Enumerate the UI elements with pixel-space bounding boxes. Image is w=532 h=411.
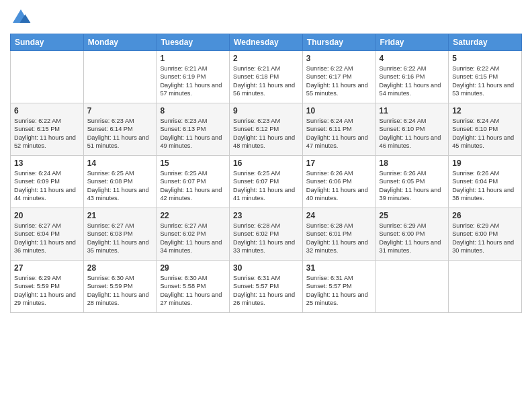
calendar-cell: 31Sunrise: 6:31 AM Sunset: 5:57 PM Dayli…	[302, 261, 375, 313]
day-number: 13	[14, 158, 80, 168]
calendar-cell: 4Sunrise: 6:22 AM Sunset: 6:16 PM Daylig…	[375, 51, 449, 103]
day-number: 2	[233, 54, 299, 63]
calendar-cell: 9Sunrise: 6:23 AM Sunset: 6:12 PM Daylig…	[230, 103, 303, 156]
calendar-cell: 18Sunrise: 6:26 AM Sunset: 6:05 PM Dayli…	[375, 156, 449, 208]
day-info: Sunrise: 6:22 AM Sunset: 6:17 PM Dayligh…	[306, 64, 372, 98]
calendar-week-1: 6Sunrise: 6:22 AM Sunset: 6:15 PM Daylig…	[11, 103, 522, 156]
calendar-cell: 1Sunrise: 6:21 AM Sunset: 6:19 PM Daylig…	[157, 51, 230, 103]
calendar-cell: 25Sunrise: 6:29 AM Sunset: 6:00 PM Dayli…	[375, 208, 449, 261]
day-info: Sunrise: 6:26 AM Sunset: 6:06 PM Dayligh…	[306, 169, 372, 203]
day-info: Sunrise: 6:28 AM Sunset: 6:02 PM Dayligh…	[233, 222, 299, 255]
day-number: 10	[306, 106, 372, 116]
day-info: Sunrise: 6:24 AM Sunset: 6:11 PM Dayligh…	[306, 117, 372, 150]
day-header-wednesday: Wednesday	[230, 34, 303, 51]
day-info: Sunrise: 6:27 AM Sunset: 6:04 PM Dayligh…	[14, 222, 80, 255]
day-number: 12	[452, 106, 518, 116]
day-info: Sunrise: 6:22 AM Sunset: 6:15 PM Dayligh…	[452, 64, 518, 98]
header	[10, 7, 522, 28]
calendar-cell: 16Sunrise: 6:25 AM Sunset: 6:07 PM Dayli…	[230, 156, 303, 208]
calendar-week-4: 27Sunrise: 6:29 AM Sunset: 5:59 PM Dayli…	[11, 261, 522, 313]
day-number: 30	[233, 263, 299, 273]
calendar-week-0: 1Sunrise: 6:21 AM Sunset: 6:19 PM Daylig…	[11, 51, 522, 103]
day-info: Sunrise: 6:29 AM Sunset: 6:00 PM Dayligh…	[452, 222, 518, 255]
day-number: 20	[14, 211, 80, 220]
day-info: Sunrise: 6:25 AM Sunset: 6:07 PM Dayligh…	[233, 169, 299, 203]
calendar-week-3: 20Sunrise: 6:27 AM Sunset: 6:04 PM Dayli…	[11, 208, 522, 261]
calendar-cell: 30Sunrise: 6:31 AM Sunset: 5:57 PM Dayli…	[230, 261, 303, 313]
day-number: 9	[233, 106, 299, 116]
calendar-cell	[11, 51, 84, 103]
calendar-cell: 8Sunrise: 6:23 AM Sunset: 6:13 PM Daylig…	[157, 103, 230, 156]
day-header-thursday: Thursday	[302, 34, 375, 51]
calendar-cell: 26Sunrise: 6:29 AM Sunset: 6:00 PM Dayli…	[449, 208, 522, 261]
calendar-cell: 23Sunrise: 6:28 AM Sunset: 6:02 PM Dayli…	[230, 208, 303, 261]
day-number: 22	[160, 211, 226, 220]
calendar-cell: 22Sunrise: 6:27 AM Sunset: 6:02 PM Dayli…	[157, 208, 230, 261]
day-number: 16	[233, 158, 299, 168]
calendar-cell: 21Sunrise: 6:27 AM Sunset: 6:03 PM Dayli…	[83, 208, 157, 261]
calendar-header-row: SundayMondayTuesdayWednesdayThursdayFrid…	[11, 34, 522, 51]
day-number: 4	[380, 54, 445, 63]
day-info: Sunrise: 6:21 AM Sunset: 6:18 PM Dayligh…	[233, 64, 299, 98]
calendar-cell	[449, 261, 522, 313]
calendar-cell: 13Sunrise: 6:24 AM Sunset: 6:09 PM Dayli…	[11, 156, 84, 208]
day-info: Sunrise: 6:27 AM Sunset: 6:03 PM Dayligh…	[87, 222, 153, 255]
calendar-cell: 2Sunrise: 6:21 AM Sunset: 6:18 PM Daylig…	[230, 51, 303, 103]
day-header-monday: Monday	[83, 34, 157, 51]
day-number: 8	[160, 106, 226, 116]
calendar-cell	[375, 261, 449, 313]
day-info: Sunrise: 6:31 AM Sunset: 5:57 PM Dayligh…	[233, 274, 299, 308]
day-number: 24	[306, 211, 372, 220]
day-number: 29	[160, 263, 226, 273]
day-number: 14	[87, 158, 153, 168]
day-number: 11	[380, 106, 445, 116]
calendar-cell: 17Sunrise: 6:26 AM Sunset: 6:06 PM Dayli…	[302, 156, 375, 208]
day-number: 26	[452, 211, 518, 220]
calendar-cell: 7Sunrise: 6:23 AM Sunset: 6:14 PM Daylig…	[83, 103, 157, 156]
day-number: 5	[452, 54, 518, 63]
calendar-cell: 24Sunrise: 6:28 AM Sunset: 6:01 PM Dayli…	[302, 208, 375, 261]
day-info: Sunrise: 6:30 AM Sunset: 5:58 PM Dayligh…	[160, 274, 226, 308]
logo	[10, 7, 34, 28]
day-number: 6	[14, 106, 80, 116]
day-number: 7	[87, 106, 153, 116]
calendar-cell: 12Sunrise: 6:24 AM Sunset: 6:10 PM Dayli…	[449, 103, 522, 156]
day-info: Sunrise: 6:25 AM Sunset: 6:07 PM Dayligh…	[160, 169, 226, 203]
day-info: Sunrise: 6:23 AM Sunset: 6:12 PM Dayligh…	[233, 117, 299, 150]
day-number: 18	[380, 158, 445, 168]
day-number: 27	[14, 263, 80, 273]
day-number: 23	[233, 211, 299, 220]
day-info: Sunrise: 6:23 AM Sunset: 6:13 PM Dayligh…	[160, 117, 226, 150]
calendar-cell: 19Sunrise: 6:26 AM Sunset: 6:04 PM Dayli…	[449, 156, 522, 208]
day-info: Sunrise: 6:22 AM Sunset: 6:15 PM Dayligh…	[14, 117, 80, 150]
day-number: 28	[87, 263, 153, 273]
day-info: Sunrise: 6:23 AM Sunset: 6:14 PM Dayligh…	[87, 117, 153, 150]
day-info: Sunrise: 6:29 AM Sunset: 5:59 PM Dayligh…	[14, 274, 80, 308]
day-number: 15	[160, 158, 226, 168]
day-number: 17	[306, 158, 372, 168]
day-header-friday: Friday	[375, 34, 449, 51]
calendar-cell	[83, 51, 157, 103]
calendar-cell: 29Sunrise: 6:30 AM Sunset: 5:58 PM Dayli…	[157, 261, 230, 313]
day-info: Sunrise: 6:27 AM Sunset: 6:02 PM Dayligh…	[160, 222, 226, 255]
day-info: Sunrise: 6:24 AM Sunset: 6:10 PM Dayligh…	[380, 117, 445, 150]
day-info: Sunrise: 6:24 AM Sunset: 6:10 PM Dayligh…	[452, 117, 518, 150]
day-info: Sunrise: 6:26 AM Sunset: 6:04 PM Dayligh…	[452, 169, 518, 203]
day-info: Sunrise: 6:22 AM Sunset: 6:16 PM Dayligh…	[380, 64, 445, 98]
day-number: 25	[380, 211, 445, 220]
day-header-sunday: Sunday	[11, 34, 84, 51]
day-number: 3	[306, 54, 372, 63]
calendar-cell: 20Sunrise: 6:27 AM Sunset: 6:04 PM Dayli…	[11, 208, 84, 261]
day-info: Sunrise: 6:28 AM Sunset: 6:01 PM Dayligh…	[306, 222, 372, 255]
day-header-saturday: Saturday	[449, 34, 522, 51]
calendar-cell: 10Sunrise: 6:24 AM Sunset: 6:11 PM Dayli…	[302, 103, 375, 156]
page: SundayMondayTuesdayWednesdayThursdayFrid…	[0, 0, 532, 411]
day-info: Sunrise: 6:29 AM Sunset: 6:00 PM Dayligh…	[380, 222, 445, 255]
day-info: Sunrise: 6:24 AM Sunset: 6:09 PM Dayligh…	[14, 169, 80, 203]
day-number: 21	[87, 211, 153, 220]
day-info: Sunrise: 6:26 AM Sunset: 6:05 PM Dayligh…	[380, 169, 445, 203]
day-number: 19	[452, 158, 518, 168]
calendar-cell: 5Sunrise: 6:22 AM Sunset: 6:15 PM Daylig…	[449, 51, 522, 103]
calendar-cell: 11Sunrise: 6:24 AM Sunset: 6:10 PM Dayli…	[375, 103, 449, 156]
calendar-week-2: 13Sunrise: 6:24 AM Sunset: 6:09 PM Dayli…	[11, 156, 522, 208]
